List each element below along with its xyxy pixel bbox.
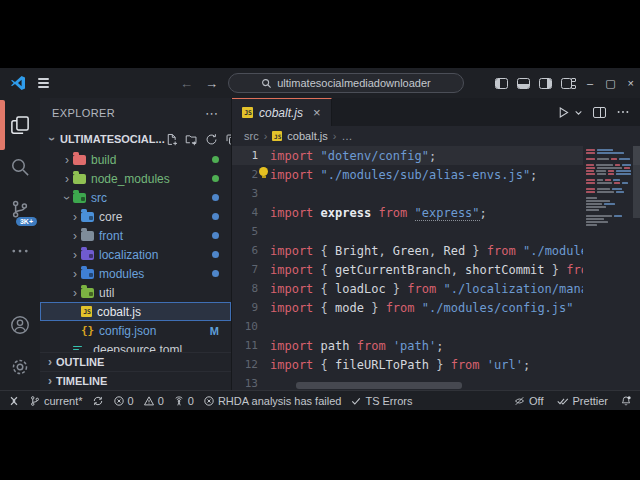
new-folder-icon[interactable] (185, 133, 198, 146)
code-line-5[interactable]: 5 (232, 222, 640, 241)
source-control-icon[interactable]: 3K+ (0, 188, 40, 230)
new-file-icon[interactable] (165, 133, 178, 146)
status-ts-errors[interactable]: TS Errors (350, 395, 412, 407)
minimap[interactable] (583, 146, 633, 390)
toggle-secondary-sidebar-icon[interactable] (539, 78, 552, 89)
vertical-scrollbar[interactable] (633, 146, 640, 218)
breadcrumb-folder[interactable]: src (244, 130, 259, 142)
horizontal-scrollbar[interactable] (296, 382, 462, 389)
breadcrumb-separator: › (264, 130, 268, 142)
json-file-icon: {} (81, 324, 94, 337)
breadcrumb-file[interactable]: cobalt.js (287, 130, 327, 142)
tree-item-src[interactable]: ›src (40, 188, 231, 207)
minimize-button[interactable]: – (587, 77, 593, 89)
code-line-4[interactable]: 4import express from "express"; (232, 203, 640, 222)
status-label: Prettier (573, 395, 608, 407)
more-views-icon[interactable] (0, 230, 40, 272)
forward-button[interactable]: → (205, 68, 218, 98)
code-line-7[interactable]: 7import { getCurrentBranch, shortCommit … (232, 260, 640, 279)
status-remote-indicator[interactable] (8, 395, 20, 407)
code-line-11[interactable]: 11import path from 'path'; (232, 336, 640, 355)
lightbulb-icon[interactable] (259, 167, 268, 176)
tree-item--deepsource-toml[interactable]: .deepsource.toml (40, 340, 231, 352)
code-line-6[interactable]: 6import { Bright, Green, Red } from "./m… (232, 241, 640, 260)
refresh-icon[interactable] (205, 133, 218, 146)
sidebar-title: EXPLORER (52, 107, 115, 119)
chevron-right-icon: › (61, 172, 73, 186)
maximize-button[interactable]: ▢ (605, 77, 615, 90)
run-button[interactable] (557, 106, 570, 119)
close-button[interactable]: × (628, 77, 634, 89)
status-errorlens-off[interactable]: Off (513, 395, 543, 407)
split-editor-icon[interactable] (593, 107, 606, 118)
tab-cobalt-js[interactable]: JS cobalt.js × (232, 98, 332, 126)
folder-icon (81, 269, 94, 279)
close-tab-icon[interactable]: × (313, 105, 321, 120)
explorer-sidebar: EXPLORER ⋯ › ULTIMATESOCIAL... ›build›no… (40, 98, 232, 390)
tree-item-config-json[interactable]: {}config.jsonM (40, 321, 231, 340)
code-line-10[interactable]: 10 (232, 317, 640, 336)
tree-item-label: cobalt.js (97, 305, 141, 319)
tab-bar: JS cobalt.js × (232, 98, 640, 126)
status-rhda-status[interactable]: RHDA analysis has failed (203, 395, 342, 407)
code-line-9[interactable]: 9import { mode } from "./modules/config.… (232, 298, 640, 317)
chevron-down-icon: › (45, 133, 59, 145)
chevron-right-icon: › (69, 248, 81, 262)
workspace-section-header[interactable]: › ULTIMATESOCIAL... (40, 128, 231, 150)
command-center-search[interactable]: ultimatesocialmediadownloader (228, 73, 464, 93)
status-errors[interactable]: 0 (113, 395, 134, 407)
code-line-12[interactable]: 12import { fileURLToPath } from 'url'; (232, 355, 640, 374)
back-button[interactable]: ← (180, 68, 193, 98)
collapse-all-icon[interactable] (225, 133, 232, 146)
code-line-3[interactable]: 3 (232, 184, 640, 203)
modified-dot-icon (212, 251, 219, 258)
chevron-right-icon: › (69, 210, 81, 224)
status-git-branch[interactable]: current* (29, 395, 83, 407)
chevron-down-icon: › (60, 192, 74, 204)
customize-layout-icon[interactable] (561, 78, 574, 89)
run-dropdown-icon[interactable] (574, 108, 583, 117)
file-tree: ›build›node_modules›src›core›front›local… (40, 150, 231, 352)
code-text: import { loadLoc } from "./localization/… (258, 282, 595, 296)
explorer-more-actions-icon[interactable]: ⋯ (205, 106, 219, 121)
menu-icon[interactable] (38, 68, 49, 98)
breadcrumb-symbol[interactable]: … (341, 130, 352, 142)
tree-item-label: .deepsource.toml (90, 343, 182, 353)
status-warnings[interactable]: 0 (143, 395, 164, 407)
tree-item-modules[interactable]: ›modules (40, 264, 231, 283)
settings-gear-icon[interactable] (0, 346, 40, 388)
tree-item-label: util (99, 286, 114, 300)
outline-section[interactable]: › OUTLINE (40, 352, 231, 371)
git-status-badge (212, 156, 219, 163)
title-bar: ← → ultimatesocialmediadownloader – ▢ × (0, 68, 640, 98)
git-status-badge (212, 232, 219, 239)
code-line-2[interactable]: 2import "./modules/sub/alias-envs.js"; (232, 165, 640, 184)
folder-icon (81, 212, 94, 222)
search-value: ultimatesocialmediadownloader (277, 77, 430, 89)
tree-item-core[interactable]: ›core (40, 207, 231, 226)
toggle-sidebar-icon[interactable] (495, 78, 508, 89)
editor-more-icon[interactable] (616, 105, 630, 119)
chevron-right-icon: › (69, 267, 81, 281)
status-sync[interactable] (92, 395, 104, 407)
tree-item-label: core (99, 210, 122, 224)
timeline-section[interactable]: › TIMELINE (40, 371, 231, 390)
status-prettier[interactable]: Prettier (556, 395, 608, 407)
code-line-8[interactable]: 8import { loadLoc } from "./localization… (232, 279, 640, 298)
status-notifications[interactable] (620, 395, 632, 407)
tree-item-util[interactable]: ›util (40, 283, 231, 302)
tree-item-build[interactable]: ›build (40, 150, 231, 169)
search-view-icon[interactable] (0, 146, 40, 188)
screen: ← → ultimatesocialmediadownloader – ▢ × (0, 0, 640, 480)
git-status-badge (212, 175, 219, 182)
explorer-icon[interactable] (0, 104, 40, 146)
status-ports[interactable]: 0 (173, 395, 194, 407)
tree-item-front[interactable]: ›front (40, 226, 231, 245)
code-line-1[interactable]: 1import "dotenv/config"; (232, 146, 640, 165)
modified-dot-icon (212, 213, 219, 220)
tree-item-cobalt-js[interactable]: JScobalt.js (40, 302, 231, 321)
tree-item-node-modules[interactable]: ›node_modules (40, 169, 231, 188)
tree-item-localization[interactable]: ›localization (40, 245, 231, 264)
toggle-panel-icon[interactable] (517, 78, 530, 89)
account-icon[interactable] (0, 304, 40, 346)
